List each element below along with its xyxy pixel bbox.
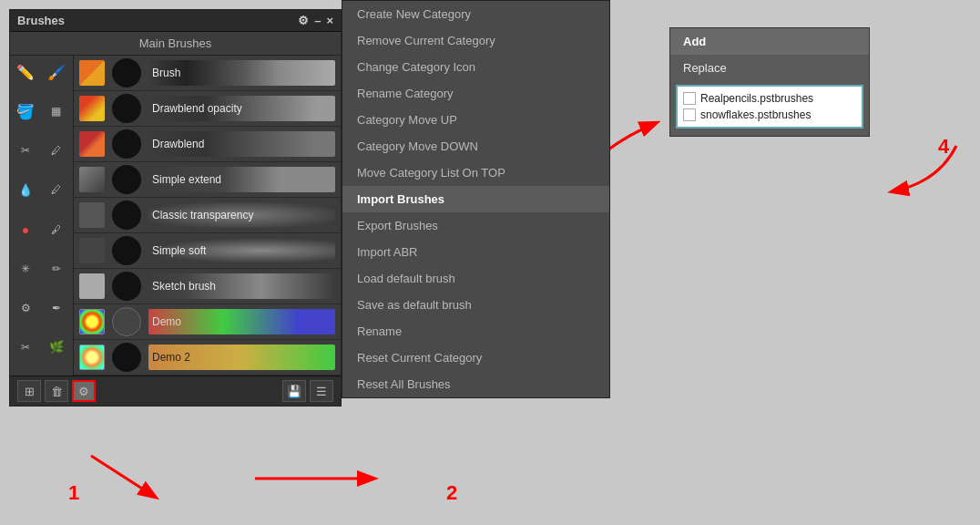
brush-item-simple-extend[interactable]: Simple extend <box>74 162 341 198</box>
brush-label-brush: Brush <box>152 67 180 79</box>
tool-sparkle[interactable]: ✳ <box>12 256 39 282</box>
brushes-toolbar: ⊞ 🗑 ⚙ 💾 ☰ <box>10 376 341 406</box>
tool-drop[interactable]: 💧 <box>12 177 39 202</box>
menu-create-category[interactable]: Create New Category <box>342 1 609 27</box>
brush-preview-demo2 <box>112 343 141 372</box>
new-brush-button[interactable]: ⊞ <box>17 380 41 402</box>
brush-preview-sketch-brush <box>112 272 141 301</box>
tool-pen2[interactable]: 🖊 <box>43 177 70 202</box>
brush-stroke-classic-transparency: Classic transparency <box>148 202 335 228</box>
file-realpencils[interactable]: Realpencils.pstbrushes <box>681 90 858 107</box>
tool-fill[interactable]: 🪣 <box>12 98 39 124</box>
menu-category-up[interactable]: Category Move UP <box>342 107 609 133</box>
file-picker-popup: Add Replace Realpencils.pstbrushes snowf… <box>669 27 870 137</box>
menu-move-list-top[interactable]: Move Category List On TOP <box>342 160 609 186</box>
menu-category-down[interactable]: Category Move DOWN <box>342 133 609 160</box>
menu-remove-category[interactable]: Remove Current Category <box>342 27 609 54</box>
label-2: 2 <box>446 481 457 505</box>
toolbar-right-group: 💾 ☰ <box>282 380 333 402</box>
brush-stroke-simple-soft: Simple soft <box>148 238 335 263</box>
brushes-panel: Brushes ⚙ – × Main Brushes ✏️ 🖌️ 🪣 ▦ ✂ 🖊… <box>9 9 342 407</box>
brushes-tools: ✏️ 🖌️ 🪣 ▦ ✂ 🖊 💧 🖊 ● 🖋 ✳ ✏ ⚙ ✒ ✂ 🌿 <box>10 56 74 376</box>
brush-preview-simple-extend <box>112 165 141 194</box>
menu-load-default[interactable]: Load default brush <box>342 265 609 292</box>
menu-import-brushes[interactable]: Import Brushes <box>342 186 609 212</box>
brush-item-demo[interactable]: Demo <box>74 304 341 340</box>
tool-pencil3[interactable]: ✒ <box>43 295 70 321</box>
delete-brush-button[interactable]: 🗑 <box>45 380 68 402</box>
menu-reset-category[interactable]: Reset Current Category <box>342 345 609 371</box>
brush-item-classic-transparency[interactable]: Classic transparency <box>74 198 341 233</box>
brush-stroke-demo: Demo <box>148 309 335 335</box>
brush-stroke-demo2: Demo 2 <box>148 345 335 370</box>
file-list-area: Realpencils.pstbrushes snowflakes.pstbru… <box>676 85 863 129</box>
tool-cut[interactable]: ✂ <box>12 138 39 163</box>
brush-label-simple-soft: Simple soft <box>152 244 206 257</box>
file-name-realpencils: Realpencils.pstbrushes <box>700 92 813 105</box>
arrow-4 <box>856 137 975 210</box>
menu-rename-category[interactable]: Rename Category <box>342 80 609 107</box>
brush-label-drawblend-opacity: Drawblend opacity <box>152 102 242 115</box>
brush-item-simple-soft[interactable]: Simple soft <box>74 233 341 269</box>
brush-stroke-drawblend-opacity: Drawblend opacity <box>148 96 335 121</box>
brush-icon-demo <box>79 309 105 335</box>
brush-preview-simple-soft <box>112 236 141 265</box>
brushes-panel-title: Brushes <box>17 14 65 27</box>
save-button[interactable]: 💾 <box>282 380 306 402</box>
tool-circle[interactable]: ● <box>12 217 39 242</box>
toolbar-left-group: ⊞ 🗑 ⚙ <box>17 380 96 402</box>
brushes-subtitle: Main Brushes <box>10 32 341 56</box>
menu-export-brushes[interactable]: Export Brushes <box>342 212 609 239</box>
file-icon-realpencils <box>683 92 696 105</box>
brush-item-drawblend-opacity[interactable]: Drawblend opacity <box>74 91 341 127</box>
brush-icon-drawblend-opacity <box>79 96 105 121</box>
tool-pencil2[interactable]: ✏ <box>43 256 70 282</box>
context-menu: Create New Category Remove Current Categ… <box>342 0 610 398</box>
menu-import-abr[interactable]: Import ABR <box>342 239 609 265</box>
picker-replace-option[interactable]: Replace <box>670 55 869 81</box>
brush-stroke-sketch-brush: Sketch brush <box>148 273 335 299</box>
tool-leaf[interactable]: 🌿 <box>43 335 70 360</box>
label-4: 4 <box>938 135 949 159</box>
menu-reset-all[interactable]: Reset All Brushes <box>342 371 609 397</box>
tool-pen3[interactable]: 🖋 <box>43 217 70 242</box>
menu-change-icon[interactable]: Change Category Icon <box>342 54 609 80</box>
brushes-title-bar: Brushes ⚙ – × <box>10 10 341 32</box>
brush-icon-simple-extend <box>79 167 105 192</box>
brushes-content: ✏️ 🖌️ 🪣 ▦ ✂ 🖊 💧 🖊 ● 🖋 ✳ ✏ ⚙ ✒ ✂ 🌿 Brush <box>10 56 341 376</box>
tool-pencil[interactable]: ✏️ <box>12 59 39 85</box>
brush-item-sketch-brush[interactable]: Sketch brush <box>74 269 341 304</box>
picker-add-option[interactable]: Add <box>670 28 869 55</box>
brush-preview-demo <box>112 307 141 336</box>
tool-pen[interactable]: 🖊 <box>43 138 70 163</box>
menu-rename[interactable]: Rename <box>342 318 609 345</box>
brush-icon-demo2 <box>79 345 105 370</box>
brush-label-simple-extend: Simple extend <box>152 173 221 186</box>
brush-icon-brush <box>79 60 105 86</box>
file-icon-snowflakes <box>683 108 696 121</box>
close-icon[interactable]: × <box>326 14 333 27</box>
file-snowflakes[interactable]: snowflakes.pstbrushes <box>681 107 858 123</box>
brush-preview-drawblend-opacity <box>112 94 141 123</box>
tool-scissors[interactable]: ✂ <box>12 335 39 360</box>
brush-item-demo2[interactable]: Demo 2 <box>74 340 341 376</box>
arrow-1 <box>82 447 191 520</box>
label-1: 1 <box>68 481 79 505</box>
brush-icon-simple-soft <box>79 238 105 263</box>
menu-button[interactable]: ☰ <box>310 380 333 402</box>
title-icons: ⚙ – × <box>298 14 333 27</box>
tool-gear2[interactable]: ⚙ <box>12 295 39 321</box>
brush-item-drawblend[interactable]: Drawblend <box>74 127 341 162</box>
settings-button[interactable]: ⚙ <box>72 380 96 402</box>
tool-select[interactable]: ▦ <box>43 98 70 124</box>
tool-brush2[interactable]: 🖌️ <box>43 59 70 85</box>
settings-icon[interactable]: ⚙ <box>298 14 309 27</box>
brush-item-brush[interactable]: Brush <box>74 56 341 91</box>
brush-label-classic-transparency: Classic transparency <box>152 209 253 221</box>
arrow-2 <box>246 447 392 492</box>
brush-icon-classic-transparency <box>79 202 105 228</box>
minimize-icon[interactable]: – <box>314 14 321 27</box>
brush-label-drawblend: Drawblend <box>152 138 204 150</box>
brush-stroke-brush: Brush <box>148 60 335 86</box>
menu-save-default[interactable]: Save as default brush <box>342 292 609 318</box>
